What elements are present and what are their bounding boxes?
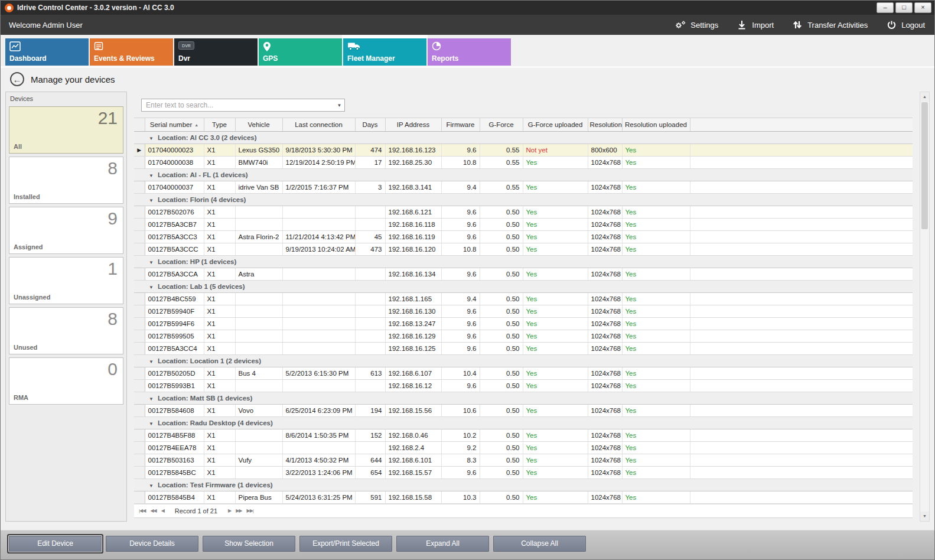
device-row[interactable]: 00127B50205DX1Bus 45/2/2013 6:15:30 PM61…: [134, 367, 913, 379]
expand-all-button[interactable]: Expand All: [396, 536, 489, 552]
column-header-firmware[interactable]: Firmware: [441, 118, 480, 131]
collapse-icon[interactable]: ▼: [149, 198, 154, 203]
column-header-resolution[interactable]: Resolution: [588, 118, 622, 131]
device-filter-all[interactable]: 21All: [9, 106, 123, 154]
collapse-icon[interactable]: ▼: [149, 173, 154, 178]
group-row[interactable]: ▼Location: Al CC 3.0 (2 devices): [134, 131, 913, 144]
cell-vehicle: Astra Florin-2: [235, 230, 282, 243]
column-header-type[interactable]: Type: [204, 118, 235, 131]
group-row[interactable]: ▼Location: Al - FL (1 devices): [134, 168, 913, 181]
device-row[interactable]: 00127B5994F6X1192.168.13.2479.60.50Yes10…: [134, 317, 913, 330]
tab-dvr[interactable]: DVRDvr: [174, 38, 258, 66]
chevron-down-icon[interactable]: ▼: [334, 103, 344, 108]
scrollbar-track[interactable]: [920, 102, 929, 512]
device-row[interactable]: 017040000037X1idrive Van SB1/2/2015 7:16…: [134, 181, 913, 193]
collapse-icon[interactable]: ▼: [149, 483, 154, 489]
group-row[interactable]: ▼Location: HP (1 devices): [134, 255, 913, 268]
page-title: Manage your devices: [31, 74, 115, 84]
device-row[interactable]: 00127B599505X1192.168.16.1299.60.50Yes10…: [134, 330, 913, 342]
device-filter-installed[interactable]: 8Installed: [9, 157, 123, 204]
tab-fleet-manager[interactable]: Fleet Manager: [343, 38, 426, 66]
column-header-serial-number[interactable]: Serial number▲: [145, 118, 204, 131]
cell-vehicle: [235, 330, 282, 342]
column-header-last-connection[interactable]: Last connection: [282, 118, 355, 131]
pager-next-button[interactable]: ▶: [228, 508, 231, 513]
scroll-up-icon[interactable]: ▲: [920, 92, 929, 102]
device-row[interactable]: 00127B5845BCX13/22/2013 1:24:06 PM654192…: [134, 466, 913, 478]
pager-next-page-button[interactable]: ▶▶: [236, 508, 242, 513]
device-row[interactable]: 00127B5845B4X1Pipera Bus5/24/2013 6:31:2…: [134, 491, 913, 503]
tab-events-reviews[interactable]: Events & Reviews: [90, 38, 173, 66]
group-row[interactable]: ▼Location: Radu Desktop (4 devices): [134, 416, 913, 429]
collapse-icon[interactable]: ▼: [149, 396, 154, 402]
cell-ip-address: 192.168.1.165: [385, 292, 441, 305]
column-header-ip-address[interactable]: IP Address: [385, 118, 441, 131]
device-row[interactable]: 00127B59940FX1192.168.16.1309.60.50Yes10…: [134, 305, 913, 317]
device-row[interactable]: 00127B5A3CC4X1192.168.16.1259.60.50Yes10…: [134, 342, 913, 354]
nav-import[interactable]: Import: [736, 19, 774, 30]
device-row[interactable]: 00127B4B5F88X18/6/2014 1:50:35 PM152192.…: [134, 429, 913, 441]
device-details-button[interactable]: Device Details: [106, 536, 198, 552]
search-input[interactable]: [142, 101, 334, 109]
device-row[interactable]: 00127B4BC559X1192.168.1.1659.40.50Yes102…: [134, 292, 913, 305]
nav-logout[interactable]: Logout: [885, 19, 925, 30]
scroll-down-icon[interactable]: ▼: [920, 512, 929, 521]
cell-serial-number: 00127B4BC559: [145, 292, 204, 305]
group-row[interactable]: ▼Location: Location 1 (2 devices): [134, 354, 913, 367]
device-row[interactable]: 00127B5A3CCCX19/19/2013 10:24:02 AM47319…: [134, 243, 913, 255]
back-button[interactable]: ←: [10, 72, 24, 86]
pager-prev-page-button[interactable]: ◀◀: [150, 508, 156, 513]
collapse-icon[interactable]: ▼: [149, 136, 154, 141]
maximize-button[interactable]: □: [895, 2, 913, 13]
collapse-icon[interactable]: ▼: [149, 359, 154, 364]
device-filter-assigned[interactable]: 9Assigned: [9, 207, 123, 254]
collapse-icon[interactable]: ▼: [149, 421, 154, 426]
show-selection-button[interactable]: Show Selection: [203, 536, 295, 552]
group-row[interactable]: ▼Location: Lab 1 (5 devices): [134, 280, 913, 292]
device-row[interactable]: 00127B5A3CC3X1Astra Florin-211/21/2014 4…: [134, 230, 913, 243]
filler-cell: [690, 491, 913, 503]
column-header-g-force-uploaded[interactable]: G-Force uploaded: [523, 118, 588, 131]
export-print-selected-button[interactable]: Export/Print Selected: [299, 536, 392, 552]
cell-ip-address: 192.168.16.120: [385, 243, 441, 255]
collapse-all-button[interactable]: Collapse All: [493, 536, 586, 552]
device-row[interactable]: ▶017040000023X1Lexus GS3509/18/2013 5:30…: [134, 144, 913, 156]
cell-firmware: 9.6: [441, 144, 480, 156]
group-row[interactable]: ▼Location: Test Firmware (1 devices): [134, 478, 913, 491]
column-header-vehicle[interactable]: Vehicle: [235, 118, 282, 131]
device-row[interactable]: 00127B5A3CCAX1Astra192.168.16.1349.60.50…: [134, 268, 913, 280]
device-row[interactable]: 00127B5A3CB7X1192.168.16.1189.60.50Yes10…: [134, 218, 913, 230]
device-row[interactable]: 00127B502076X1192.168.6.1219.60.50Yes102…: [134, 206, 913, 218]
pager-first-button[interactable]: |◀◀: [139, 508, 145, 513]
nav-settings[interactable]: Settings: [675, 19, 718, 30]
column-header-g-force[interactable]: G-Force: [480, 118, 523, 131]
minimize-button[interactable]: –: [877, 2, 894, 13]
cell-serial-number: 00127B599505: [145, 330, 204, 342]
device-row[interactable]: 00127B584608X1Vovo6/25/2014 6:23:09 PM19…: [134, 404, 913, 416]
tab-dashboard[interactable]: Dashboard: [5, 38, 89, 66]
filler-cell: [690, 466, 913, 478]
pager-prev-button[interactable]: ◀: [161, 508, 164, 513]
device-filter-rma[interactable]: 0RMA: [9, 357, 123, 405]
vertical-scrollbar[interactable]: ▲ ▼: [920, 92, 930, 522]
scrollbar-thumb[interactable]: [921, 102, 928, 229]
column-header-resolution-uploaded[interactable]: Resolution uploaded: [622, 118, 690, 131]
device-filter-unused[interactable]: 8Unused: [9, 307, 123, 354]
device-row[interactable]: 00127B4EEA78X1192.168.2.49.20.50Yes1024x…: [134, 441, 913, 454]
tab-gps[interactable]: GPS: [259, 38, 342, 66]
device-filter-unassigned[interactable]: 1Unassigned: [9, 257, 123, 304]
group-row[interactable]: ▼Location: Matt SB (1 devices): [134, 392, 913, 404]
device-row[interactable]: 017040000038X1BMW740i12/19/2014 2:50:19 …: [134, 156, 913, 168]
nav-transfer-activities[interactable]: Transfer Activities: [791, 19, 868, 30]
device-row[interactable]: 00127B5993B1X1192.168.16.129.60.50Yes102…: [134, 379, 913, 392]
edit-device-button[interactable]: Edit Device: [9, 536, 102, 552]
column-header-days[interactable]: Days: [355, 118, 385, 131]
collapse-icon[interactable]: ▼: [149, 260, 154, 265]
group-row[interactable]: ▼Location: Florin (4 devices): [134, 193, 913, 206]
device-row[interactable]: 00127B503163X1Vufy4/1/2013 4:50:32 PM644…: [134, 454, 913, 466]
close-button[interactable]: ×: [914, 2, 931, 13]
cell-g-force: 0.50: [480, 330, 523, 342]
pager-last-button[interactable]: ▶▶|: [246, 508, 253, 513]
tab-reports[interactable]: Reports: [428, 38, 511, 66]
collapse-icon[interactable]: ▼: [149, 285, 154, 290]
